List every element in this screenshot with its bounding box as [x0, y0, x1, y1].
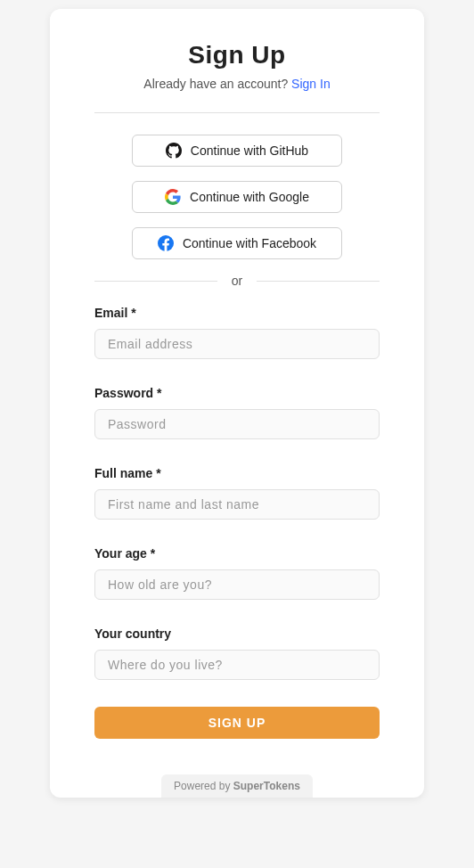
age-field[interactable] [94, 569, 380, 600]
google-icon [165, 189, 181, 205]
signup-button[interactable]: SIGN UP [94, 707, 380, 739]
country-group: Your country [94, 626, 380, 680]
age-group: Your age * [94, 546, 380, 600]
footer-brand: SuperTokens [233, 780, 300, 792]
age-label: Your age * [94, 546, 380, 561]
continue-with-facebook-button[interactable]: Continue with Facebook [132, 227, 342, 259]
email-label: Email * [94, 306, 380, 320]
password-field[interactable] [94, 409, 380, 439]
github-button-label: Continue with GitHub [191, 143, 308, 158]
subtitle-prefix: Already have an account? [143, 77, 291, 91]
fullname-group: Full name * [94, 466, 380, 520]
or-divider: or [94, 274, 380, 288]
continue-with-google-button[interactable]: Continue with Google [132, 181, 342, 213]
email-field[interactable] [94, 329, 380, 359]
divider-line [94, 112, 380, 113]
password-label: Password * [94, 386, 380, 400]
subtitle: Already have an account? Sign In [143, 77, 330, 91]
country-label: Your country [94, 626, 380, 641]
or-text: or [232, 274, 242, 288]
page-title: Sign Up [188, 41, 285, 70]
fullname-field[interactable] [94, 489, 380, 520]
google-button-label: Continue with Google [190, 190, 309, 204]
password-group: Password * [94, 386, 380, 439]
signup-card: Sign Up Already have an account? Sign In… [50, 9, 424, 798]
powered-by-badge[interactable]: Powered by SuperTokens [161, 774, 313, 798]
continue-with-github-button[interactable]: Continue with GitHub [132, 135, 342, 167]
github-icon [166, 143, 182, 159]
email-group: Email * [94, 306, 380, 359]
fullname-label: Full name * [94, 466, 380, 480]
facebook-button-label: Continue with Facebook [183, 236, 316, 250]
signin-link[interactable]: Sign In [291, 77, 331, 91]
country-field[interactable] [94, 650, 380, 680]
facebook-icon [158, 235, 174, 251]
footer-prefix: Powered by [174, 780, 233, 792]
